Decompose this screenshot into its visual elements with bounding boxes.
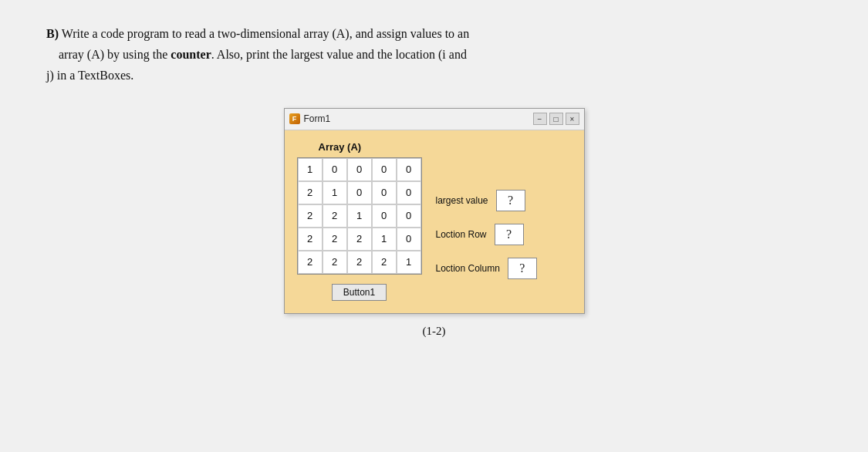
grid-cell: 0 xyxy=(397,204,421,228)
grid-cell: 0 xyxy=(397,228,421,251)
question-text: B) Write a code program to read a two-di… xyxy=(46,23,756,86)
grid-cell: 1 xyxy=(323,181,347,204)
form-window: F Form1 − □ × Array (A) 1000021000221002… xyxy=(284,108,585,314)
grid-cell: 0 xyxy=(372,204,397,228)
question-block: B) Write a code program to read a two-di… xyxy=(46,23,822,86)
grid-cell: 2 xyxy=(347,228,372,251)
grid-cell: 1 xyxy=(372,228,397,251)
location-row-row: Loction Row ? xyxy=(436,224,537,245)
question-label: B) xyxy=(46,27,59,40)
grid-cell: 0 xyxy=(372,158,397,181)
array-label: Array (A) xyxy=(319,141,572,153)
footnote: (1-2) xyxy=(46,325,822,338)
grid-cell: 1 xyxy=(298,158,323,181)
location-column-display: ? xyxy=(519,261,525,275)
title-bar-left: F Form1 xyxy=(289,113,331,124)
close-button[interactable]: × xyxy=(566,113,579,125)
location-row-display: ? xyxy=(506,228,512,241)
title-controls: − □ × xyxy=(533,113,579,125)
grid-cell: 1 xyxy=(397,251,421,274)
location-column-row: Loction Column ? xyxy=(436,258,537,279)
button-row: Button1 xyxy=(297,284,422,301)
largest-value-row: largest value ? xyxy=(436,190,537,211)
question-text-line2: array (A) by using the xyxy=(59,48,171,61)
largest-value-display: ? xyxy=(508,194,513,207)
grid-cell: 0 xyxy=(372,181,397,204)
grid-cell: 2 xyxy=(298,251,323,274)
array-grid-container: 1000021000221002221022221 Button1 xyxy=(297,157,422,301)
title-bar: F Form1 − □ × xyxy=(285,109,584,130)
form-body: Array (A) 1000021000221002221022221 Butt… xyxy=(285,130,584,313)
grid-cell: 0 xyxy=(347,181,372,204)
location-row-box[interactable]: ? xyxy=(495,224,524,245)
location-row-label: Loction Row xyxy=(436,229,487,240)
question-text-line1: Write a code program to read a two-dimen… xyxy=(59,27,469,40)
minimize-button[interactable]: − xyxy=(533,113,547,125)
maximize-button[interactable]: □ xyxy=(549,113,563,125)
grid-cell: 2 xyxy=(323,228,347,251)
question-text-line3: j) in a TextBoxes. xyxy=(46,69,133,82)
grid-cell: 2 xyxy=(298,204,323,228)
grid-cell: 2 xyxy=(323,204,347,228)
grid-cell: 2 xyxy=(323,251,347,274)
grid-cell: 0 xyxy=(397,158,421,181)
grid-cell: 2 xyxy=(298,228,323,251)
location-column-label: Loction Column xyxy=(436,263,500,274)
form-icon: F xyxy=(289,113,300,124)
form-content: 1000021000221002221022221 Button1 larges… xyxy=(297,157,572,301)
question-text-line2b: . Also, print the largest value and the … xyxy=(211,48,467,61)
grid-cell: 2 xyxy=(298,181,323,204)
button1[interactable]: Button1 xyxy=(332,284,387,301)
grid-cell: 0 xyxy=(323,158,347,181)
bold-word: counter xyxy=(171,48,211,61)
grid-cell: 0 xyxy=(397,181,421,204)
largest-value-label: largest value xyxy=(436,195,488,206)
grid-cell: 1 xyxy=(347,204,372,228)
location-column-box[interactable]: ? xyxy=(508,258,537,279)
array-grid: 1000021000221002221022221 xyxy=(297,157,422,275)
window-title: Form1 xyxy=(304,113,331,124)
spacer xyxy=(436,159,537,177)
largest-value-box[interactable]: ? xyxy=(496,190,525,211)
grid-cell: 0 xyxy=(347,158,372,181)
right-panel: largest value ? Loction Row ? Loction Co… xyxy=(436,159,537,279)
grid-cell: 2 xyxy=(372,251,397,274)
grid-cell: 2 xyxy=(347,251,372,274)
